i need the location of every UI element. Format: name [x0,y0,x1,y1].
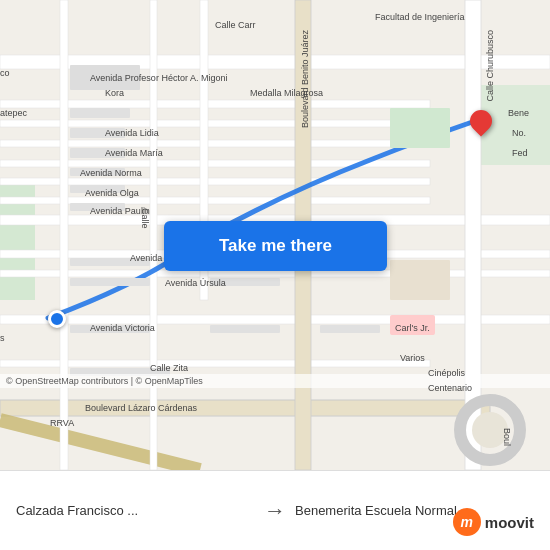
svg-rect-32 [70,278,150,286]
svg-rect-33 [70,325,150,333]
route-arrow: → [255,491,295,531]
svg-rect-42 [390,315,435,335]
origin-location: Calzada Francisco ... [16,503,255,518]
svg-rect-40 [390,108,450,148]
destination-marker [470,110,492,132]
map-container: Facultad de Ingeniería Calle Carr Boulev… [0,0,550,470]
svg-rect-25 [70,108,130,118]
svg-rect-26 [70,128,125,138]
svg-rect-31 [70,258,150,266]
svg-rect-18 [150,0,157,470]
svg-rect-36 [210,278,280,286]
moovit-logo: m moovit [453,508,534,536]
svg-rect-29 [70,185,125,193]
svg-rect-27 [70,148,125,158]
svg-rect-30 [70,203,125,211]
svg-point-23 [472,412,508,448]
svg-rect-28 [70,168,125,176]
svg-rect-37 [210,325,280,333]
moovit-text: moovit [485,514,534,531]
svg-rect-17 [60,0,68,470]
take-me-there-button[interactable]: Take me there [164,221,387,271]
origin-text: Calzada Francisco ... [16,503,255,518]
origin-marker [48,310,66,328]
moovit-icon: m [453,508,481,536]
svg-rect-41 [390,260,450,300]
svg-rect-39 [320,325,380,333]
bottom-bar: Calzada Francisco ... → Benemerita Escue… [0,470,550,550]
svg-rect-24 [70,65,140,90]
map-attribution: © OpenStreetMap contributors | © OpenMap… [0,374,550,388]
svg-rect-15 [0,400,490,416]
